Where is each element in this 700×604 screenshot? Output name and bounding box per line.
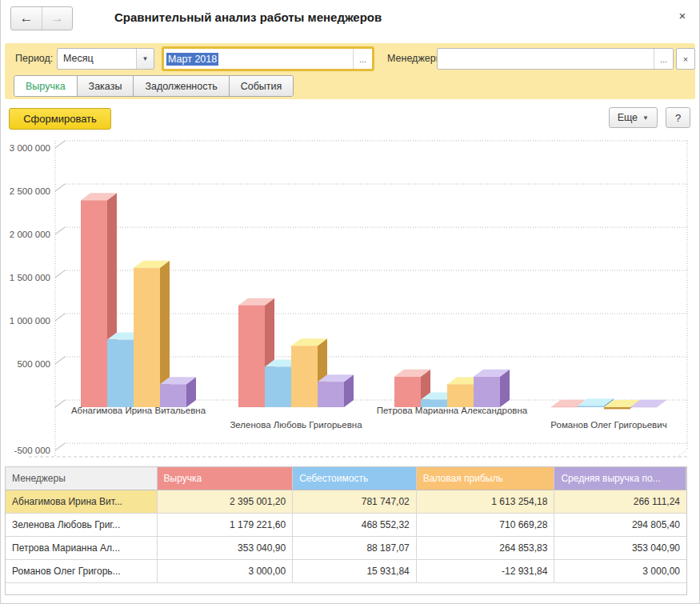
period-value-input[interactable]: Март 2018 bbox=[164, 49, 353, 69]
value-cell[interactable]: 2 395 001,20 bbox=[158, 490, 294, 514]
value-cell[interactable]: 353 040,90 bbox=[554, 537, 686, 560]
period-type-select[interactable]: Месяц ▼ bbox=[57, 48, 154, 70]
value-cell[interactable]: 294 805,40 bbox=[554, 514, 686, 537]
manager-name-cell[interactable]: Зеленова Любовь Григ... bbox=[6, 514, 158, 537]
table-row[interactable]: Абнагимова Ирина Вит...2 395 001,20781 7… bbox=[6, 490, 686, 514]
column-header-4[interactable]: Средняя выручка по... bbox=[554, 467, 686, 490]
nav-buttons: ← → bbox=[10, 6, 73, 30]
period-selected-text: Март 2018 bbox=[166, 53, 218, 66]
period-type-dropdown-button[interactable]: ▼ bbox=[136, 49, 154, 69]
app-window: ← → Сравнительный анализ работы менеджер… bbox=[0, 0, 700, 604]
period-picker-button[interactable]: ... bbox=[353, 49, 372, 69]
value-cell[interactable]: 15 931,84 bbox=[293, 560, 417, 583]
period-label: Период: bbox=[15, 53, 53, 64]
value-cell[interactable]: 710 669,28 bbox=[417, 514, 555, 537]
svg-text:-500 000: -500 000 bbox=[14, 446, 50, 455]
svg-text:2 500 000: 2 500 000 bbox=[10, 186, 50, 196]
column-header-2[interactable]: Себестоимость bbox=[293, 467, 417, 490]
forward-arrow-icon: → bbox=[50, 10, 64, 26]
view-tabs: ВыручкаЗаказыЗадолженностьСобытия bbox=[14, 75, 294, 97]
manager-name-cell[interactable]: Романов Олег Григорь... bbox=[6, 560, 158, 583]
tab-2[interactable]: Задолженность bbox=[134, 76, 229, 96]
value-cell[interactable]: 264 853,83 bbox=[417, 537, 555, 560]
svg-text:3 000 000: 3 000 000 bbox=[10, 143, 50, 153]
close-icon[interactable]: × bbox=[674, 6, 691, 24]
category-label: Петрова Марианна Александровна bbox=[377, 406, 528, 415]
page-title: Сравнительный анализ работы менеджеров bbox=[114, 10, 382, 24]
column-header-3[interactable]: Валовая прибыль bbox=[417, 467, 555, 490]
column-header-1[interactable]: Выручка bbox=[158, 467, 294, 490]
bar-chart: 3 000 0002 500 0002 000 0001 500 0001 00… bbox=[1, 140, 700, 460]
value-cell[interactable]: -12 931,84 bbox=[417, 560, 555, 583]
category-label: Абнагимова Ирина Витальевна bbox=[71, 406, 206, 415]
svg-text:1 000 000: 1 000 000 bbox=[10, 316, 50, 326]
managers-clear-button[interactable]: × bbox=[676, 48, 695, 70]
column-header-0[interactable]: Менеджеры bbox=[6, 467, 158, 490]
category-label: Романов Олег Григорьевич bbox=[550, 420, 666, 430]
table-row[interactable]: Зеленова Любовь Григ...1 179 221,60468 5… bbox=[6, 514, 686, 537]
results-table: МенеджерыВыручкаСебестоимостьВаловая при… bbox=[5, 466, 687, 595]
help-button[interactable]: ? bbox=[666, 107, 690, 128]
table-row[interactable]: Петрова Марианна Ал...353 040,9088 187,0… bbox=[6, 537, 686, 560]
table-empty-area bbox=[6, 583, 686, 594]
more-button-label: Еще bbox=[618, 112, 638, 123]
value-cell[interactable]: 1 179 221,60 bbox=[158, 514, 294, 537]
svg-text:1 500 000: 1 500 000 bbox=[10, 273, 50, 282]
table-row[interactable]: Романов Олег Григорь...3 000,0015 931,84… bbox=[6, 560, 686, 583]
managers-input[interactable] bbox=[438, 49, 654, 69]
value-cell[interactable]: 88 187,07 bbox=[293, 537, 417, 560]
chart-svg: 3 000 0002 500 0002 000 0001 500 0001 00… bbox=[1, 140, 700, 460]
value-cell[interactable]: 1 613 254,18 bbox=[417, 490, 555, 514]
generate-button[interactable]: Сформировать bbox=[9, 108, 111, 130]
value-cell[interactable]: 3 000,00 bbox=[158, 560, 294, 583]
managers-picker-button[interactable]: ... bbox=[654, 49, 673, 69]
more-button[interactable]: Еще ▼ bbox=[609, 107, 658, 128]
tab-0[interactable]: Выручка bbox=[14, 76, 78, 96]
manager-name-cell[interactable]: Петрова Марианна Ал... bbox=[6, 537, 158, 560]
managers-field[interactable]: ... bbox=[437, 48, 674, 70]
value-cell[interactable]: 353 040,90 bbox=[158, 537, 294, 560]
manager-name-cell[interactable]: Абнагимова Ирина Вит... bbox=[6, 490, 158, 514]
period-value-field[interactable]: Март 2018 ... bbox=[162, 46, 374, 71]
svg-text:500 000: 500 000 bbox=[17, 359, 50, 369]
tab-3[interactable]: События bbox=[230, 76, 294, 96]
value-cell[interactable]: 468 552,32 bbox=[293, 514, 417, 537]
category-label: Зеленова Любовь Григорьевна bbox=[230, 420, 362, 430]
forward-button[interactable]: → bbox=[42, 7, 72, 30]
chevron-down-icon: ▼ bbox=[642, 114, 649, 122]
period-type-value: Месяц bbox=[58, 49, 136, 69]
svg-text:2 000 000: 2 000 000 bbox=[10, 230, 50, 239]
table-header-row: МенеджерыВыручкаСебестоимостьВаловая при… bbox=[6, 467, 686, 490]
chevron-down-icon: ▼ bbox=[142, 55, 149, 62]
tab-1[interactable]: Заказы bbox=[78, 76, 134, 96]
filter-panel: Период: Месяц ▼ Март 2018 ... Менеджеры:… bbox=[5, 43, 695, 99]
value-cell[interactable]: 3 000,00 bbox=[554, 560, 686, 583]
back-arrow-icon: ← bbox=[20, 10, 34, 26]
value-cell[interactable]: 781 747,02 bbox=[293, 490, 417, 514]
back-button[interactable]: ← bbox=[11, 7, 42, 30]
value-cell[interactable]: 266 111,24 bbox=[554, 490, 686, 514]
